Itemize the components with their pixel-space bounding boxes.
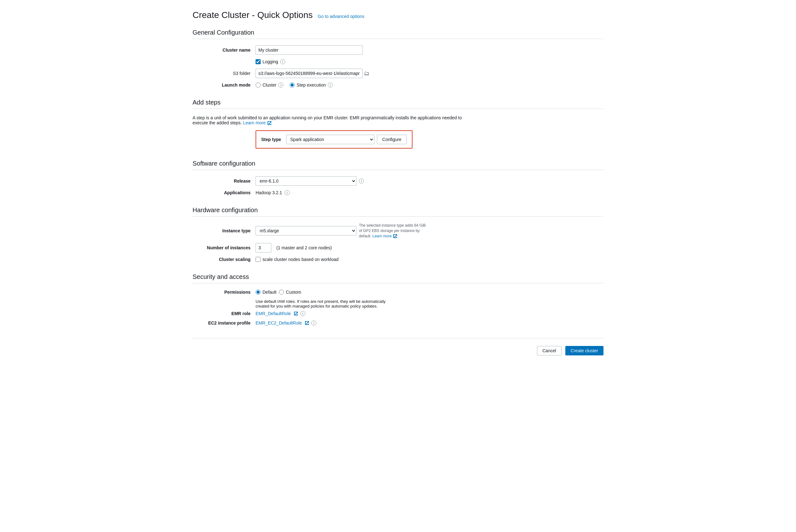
folder-browse-icon[interactable]: 🗂 xyxy=(363,69,371,77)
scaling-note: scale cluster nodes based on workload xyxy=(263,257,339,262)
software-config-section: Software configuration Release emr-6.1.0… xyxy=(193,160,603,195)
ec2-profile-control: EMR_EC2_DefaultRole i xyxy=(256,321,603,325)
learn-more-text: Learn more xyxy=(243,120,266,125)
advanced-options-link[interactable]: Go to advanced options xyxy=(318,14,364,19)
applications-value: Hadoop 3.2.1 xyxy=(256,190,282,195)
ec2-profile-external-icon xyxy=(305,321,309,325)
instance-type-row: Instance type m5.xlarge m5.2xlarge m5.4x… xyxy=(193,223,603,239)
cancel-button[interactable]: Cancel xyxy=(537,346,562,355)
num-instances-row: Number of instances (1 master and 2 core… xyxy=(193,243,603,252)
applications-label: Applications xyxy=(193,190,256,195)
permissions-default-option: Default xyxy=(256,290,276,294)
applications-control: Hadoop 3.2.1 i xyxy=(256,190,603,195)
permissions-desc-line1: Use default IAM roles. If roles are not … xyxy=(256,299,386,304)
add-steps-learn-more[interactable]: Learn more xyxy=(243,120,271,125)
permissions-custom-option: Custom xyxy=(279,290,301,294)
release-control: emr-6.1.0 emr-6.0.0 emr-5.32.0 emr-5.31.… xyxy=(256,176,603,186)
s3-folder-label: S3 folder xyxy=(193,71,256,76)
general-config-section: General Configuration Cluster name Loggi… xyxy=(193,29,603,88)
applications-row: Applications Hadoop 3.2.1 i xyxy=(193,190,603,195)
logging-checkbox[interactable] xyxy=(256,59,260,64)
logging-control: Logging i xyxy=(256,59,285,64)
scaling-checkbox[interactable] xyxy=(256,257,260,262)
logging-info-icon[interactable]: i xyxy=(280,59,285,64)
cluster-radio[interactable] xyxy=(256,82,260,88)
launch-mode-row: Launch mode Cluster i Step execution i xyxy=(193,82,603,88)
add-steps-desc-text: A step is a unit of work submitted to an… xyxy=(193,115,462,125)
s3-folder-input[interactable] xyxy=(256,69,363,78)
ec2-profile-row: EC2 instance profile EMR_EC2_DefaultRole… xyxy=(193,321,603,325)
cluster-scaling-row: Cluster scaling scale cluster nodes base… xyxy=(193,257,603,262)
step-type-select[interactable]: Spark application Hive program Pig progr… xyxy=(286,135,374,144)
s3-folder-row: S3 folder 🗂 xyxy=(193,69,603,78)
step-execution-radio-option: Step execution i xyxy=(290,82,333,88)
permissions-custom-label: Custom xyxy=(286,290,301,294)
applications-info-icon[interactable]: i xyxy=(285,190,290,195)
permissions-custom-radio[interactable] xyxy=(279,290,284,294)
cluster-radio-label: Cluster xyxy=(263,82,276,88)
add-steps-section: Add steps A step is a unit of work submi… xyxy=(193,99,603,149)
instances-note: (1 master and 2 core nodes) xyxy=(276,245,332,250)
logging-label: Logging xyxy=(263,59,278,64)
release-label: Release xyxy=(193,178,256,184)
emr-role-external-icon xyxy=(294,312,298,316)
instance-learn-more[interactable]: Learn more xyxy=(373,234,397,238)
security-title: Security and access xyxy=(193,273,603,283)
step-execution-radio[interactable] xyxy=(290,82,295,88)
instance-external-link-icon xyxy=(393,234,397,238)
ec2-profile-link[interactable]: EMR_EC2_DefaultRole xyxy=(256,321,302,325)
general-config-title: General Configuration xyxy=(193,29,603,39)
step-type-box: Step type Spark application Hive program… xyxy=(256,130,413,149)
instance-type-label: Instance type xyxy=(193,228,256,233)
step-execution-radio-label: Step execution xyxy=(296,82,326,88)
launch-mode-label: Launch mode xyxy=(193,82,256,88)
permissions-description: Use default IAM roles. If roles are not … xyxy=(256,299,413,308)
hardware-config-section: Hardware configuration Instance type m5.… xyxy=(193,207,603,262)
step-execution-info-icon[interactable]: i xyxy=(328,82,333,88)
instance-learn-more-text: Learn more xyxy=(373,234,392,238)
cluster-name-label: Cluster name xyxy=(193,48,256,53)
instance-type-note: The selected instance type adds 64 GiB o… xyxy=(359,223,428,239)
permissions-default-label: Default xyxy=(263,290,276,294)
num-instances-label: Number of instances xyxy=(193,245,256,250)
num-instances-control: (1 master and 2 core nodes) xyxy=(256,243,603,252)
page-header: Create Cluster - Quick Options Go to adv… xyxy=(193,10,603,20)
create-cluster-button[interactable]: Create cluster xyxy=(565,346,603,355)
emr-role-link[interactable]: EMR_DefaultRole xyxy=(256,311,291,316)
launch-mode-radio-group: Cluster i Step execution i xyxy=(256,82,333,88)
cluster-mode-info-icon[interactable]: i xyxy=(278,82,283,88)
logging-row: Logging i xyxy=(193,59,603,64)
permissions-desc-line2: created for you with managed policies fo… xyxy=(256,304,378,308)
ec2-profile-label: EC2 instance profile xyxy=(193,321,256,325)
cluster-name-input[interactable] xyxy=(256,45,363,55)
software-config-title: Software configuration xyxy=(193,160,603,170)
permissions-row: Permissions Default Custom xyxy=(193,290,603,294)
release-info-icon[interactable]: i xyxy=(359,178,364,184)
emr-role-row: EMR role EMR_DefaultRole i xyxy=(193,311,603,316)
instance-type-select[interactable]: m5.xlarge m5.2xlarge m5.4xlarge c5.xlarg… xyxy=(256,226,357,235)
permissions-control: Default Custom xyxy=(256,290,603,294)
cluster-radio-option: Cluster i xyxy=(256,82,283,88)
emr-role-control: EMR_DefaultRole i xyxy=(256,311,603,316)
release-row: Release emr-6.1.0 emr-6.0.0 emr-5.32.0 e… xyxy=(193,176,603,186)
release-select[interactable]: emr-6.1.0 emr-6.0.0 emr-5.32.0 emr-5.31.… xyxy=(256,176,357,186)
ec2-profile-info-icon[interactable]: i xyxy=(311,321,316,325)
cluster-name-row: Cluster name xyxy=(193,45,603,55)
cluster-name-control xyxy=(256,45,603,55)
configure-button[interactable]: Configure xyxy=(377,135,407,144)
instance-type-control: m5.xlarge m5.2xlarge m5.4xlarge c5.xlarg… xyxy=(256,223,603,239)
emr-role-label: EMR role xyxy=(193,311,256,316)
hardware-config-title: Hardware configuration xyxy=(193,207,603,216)
external-link-icon xyxy=(268,121,271,125)
footer-actions: Cancel Create cluster xyxy=(193,338,603,355)
permissions-default-radio[interactable] xyxy=(256,290,260,294)
step-type-label: Step type xyxy=(261,137,281,142)
add-steps-title: Add steps xyxy=(193,99,603,109)
launch-mode-control: Cluster i Step execution i xyxy=(256,82,603,88)
num-instances-input[interactable] xyxy=(256,243,271,252)
scaling-checkbox-area: scale cluster nodes based on workload xyxy=(256,257,339,262)
cluster-scaling-control: scale cluster nodes based on workload xyxy=(256,257,603,262)
cluster-scaling-label: Cluster scaling xyxy=(193,257,256,262)
permissions-label: Permissions xyxy=(193,290,256,294)
emr-role-info-icon[interactable]: i xyxy=(300,311,305,316)
